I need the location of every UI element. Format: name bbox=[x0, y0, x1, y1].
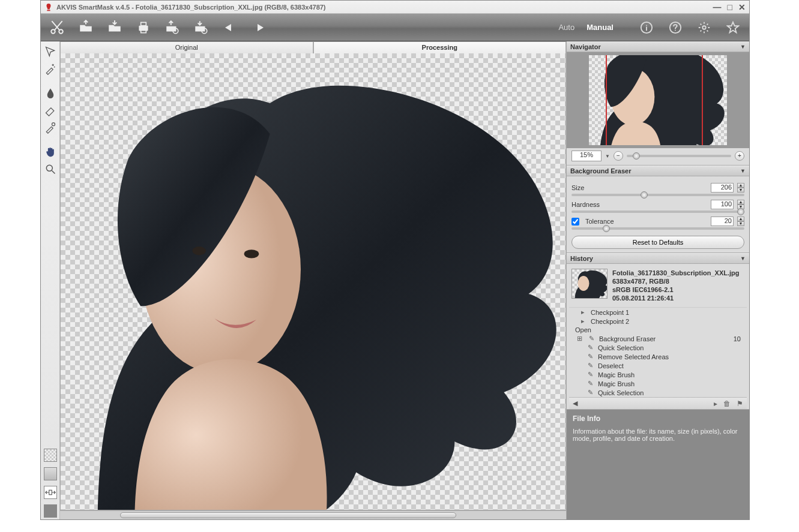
bg-color-swatch[interactable] bbox=[44, 504, 57, 518]
favorite-icon[interactable] bbox=[723, 17, 743, 38]
history-item[interactable]: ✎Magic Brush bbox=[569, 379, 747, 388]
horizontal-scrollbar[interactable] bbox=[60, 510, 566, 519]
history-thumbnail bbox=[571, 269, 608, 299]
size-value[interactable]: 206 bbox=[711, 183, 734, 193]
zoom-slider[interactable] bbox=[627, 155, 731, 157]
history-item[interactable]: ⊞✎Background Eraser10 bbox=[569, 334, 747, 343]
help-icon[interactable] bbox=[665, 17, 686, 38]
scissors-icon[interactable] bbox=[47, 17, 67, 38]
deselect-icon: ✎ bbox=[586, 362, 594, 369]
bg-gray-swatch[interactable] bbox=[44, 467, 57, 480]
svg-rect-2 bbox=[139, 25, 148, 31]
history-item[interactable]: ✎Quick Selection bbox=[569, 388, 747, 397]
maximize-button[interactable]: □ bbox=[728, 2, 732, 12]
history-list[interactable]: ▸Checkpoint 1 ▸Checkpoint 2 Open ⊞✎Backg… bbox=[569, 307, 747, 397]
mode-manual[interactable]: Manual bbox=[586, 23, 614, 32]
zoom-in-button[interactable]: + bbox=[735, 151, 744, 161]
size-spinner[interactable]: ▲▼ bbox=[737, 183, 744, 193]
hardness-slider[interactable] bbox=[571, 211, 744, 213]
hand-tool[interactable] bbox=[43, 144, 58, 160]
undo-button[interactable] bbox=[220, 17, 240, 38]
hardness-label: Hardness bbox=[571, 201, 610, 208]
save-button[interactable] bbox=[104, 17, 125, 38]
mode-auto[interactable]: Auto bbox=[558, 23, 574, 32]
history-footer: ◀ ▸ 🗑 ⚑ bbox=[569, 397, 747, 409]
history-brush-tool[interactable] bbox=[43, 120, 58, 136]
zoom-tool[interactable] bbox=[43, 161, 58, 177]
tolerance-checkbox[interactable] bbox=[571, 218, 579, 226]
expand-icon[interactable]: ⊞ bbox=[575, 335, 583, 342]
minimize-button[interactable]: — bbox=[713, 2, 722, 12]
zoom-controls: 15% ▼ − + bbox=[571, 151, 744, 161]
tolerance-value[interactable]: 20 bbox=[711, 217, 734, 226]
file-info-panel: File Info Information about the file: it… bbox=[567, 410, 749, 519]
flag-icon: ▸ bbox=[579, 317, 587, 325]
tolerance-slider[interactable] bbox=[571, 227, 744, 230]
canvas[interactable] bbox=[60, 53, 566, 510]
magic-icon: ✎ bbox=[586, 371, 594, 378]
history-item[interactable]: ▸Checkpoint 2 bbox=[569, 317, 747, 326]
quick-selection-tool[interactable] bbox=[43, 44, 58, 59]
blur-tool[interactable] bbox=[43, 85, 58, 101]
print-button[interactable] bbox=[133, 17, 154, 38]
file-dims: 6383x4787, RGB/8 bbox=[612, 277, 740, 285]
collapse-icon[interactable]: ▼ bbox=[740, 256, 746, 262]
navigator-header[interactable]: Navigator ▼ bbox=[567, 41, 749, 52]
navigator-preview[interactable] bbox=[567, 52, 749, 148]
history-item[interactable]: ▸Checkpoint 1 bbox=[569, 308, 747, 317]
zoom-percent[interactable]: 15% bbox=[571, 151, 602, 161]
import-settings-button[interactable] bbox=[191, 17, 211, 38]
redo-button[interactable] bbox=[249, 17, 269, 38]
hardness-value[interactable]: 100 bbox=[711, 200, 734, 209]
scrollbar-thumb[interactable] bbox=[120, 512, 456, 518]
navigator-title: Navigator bbox=[570, 43, 601, 50]
close-button[interactable]: ✕ bbox=[738, 2, 746, 12]
reset-defaults-button[interactable]: Reset to Defaults bbox=[571, 236, 744, 249]
history-item[interactable]: ✎Quick Selection bbox=[569, 343, 747, 352]
trash-icon[interactable]: 🗑 bbox=[723, 399, 731, 408]
navigator-panel: Navigator ▼ bbox=[567, 41, 749, 166]
history-item[interactable]: ✎Remove Selected Areas bbox=[569, 352, 747, 361]
titlebar: AKVIS SmartMask v.4.5 - Fotolia_36171830… bbox=[41, 1, 749, 14]
quicksel-icon: ✎ bbox=[586, 344, 594, 351]
dropdown-icon[interactable]: ▼ bbox=[605, 154, 610, 159]
eraser-icon: ✎ bbox=[587, 335, 595, 342]
export-settings-button[interactable] bbox=[162, 17, 182, 38]
bg-fit-swatch[interactable] bbox=[44, 486, 57, 499]
bg-eraser-title: Background Eraser bbox=[570, 167, 631, 175]
flag-icon[interactable]: ▸ bbox=[714, 399, 717, 408]
open-button[interactable] bbox=[76, 17, 96, 38]
tab-processing[interactable]: Processing bbox=[313, 41, 567, 53]
svg-point-10 bbox=[52, 123, 55, 126]
tolerance-spinner[interactable]: ▲▼ bbox=[737, 217, 744, 226]
history-item[interactable]: Open bbox=[569, 326, 747, 334]
collapse-icon[interactable]: ▼ bbox=[740, 44, 746, 50]
flag-icon: ▸ bbox=[579, 308, 587, 316]
bg-eraser-header[interactable]: Background Eraser ▼ bbox=[567, 166, 749, 176]
history-back-icon[interactable]: ◀ bbox=[573, 399, 577, 407]
nav-marker-right bbox=[702, 55, 703, 145]
eraser-tool[interactable] bbox=[43, 103, 58, 118]
history-item[interactable]: ✎Deselect bbox=[569, 361, 747, 370]
checkpoint-icon[interactable]: ⚑ bbox=[737, 399, 743, 408]
collapse-icon[interactable]: ▼ bbox=[740, 168, 746, 174]
history-title: History bbox=[570, 255, 593, 262]
toolbar-right bbox=[636, 17, 743, 38]
svg-point-14 bbox=[192, 247, 206, 255]
zoom-out-button[interactable]: − bbox=[614, 151, 623, 161]
window-controls: — □ ✕ bbox=[713, 2, 746, 12]
settings-icon[interactable] bbox=[694, 17, 714, 38]
bg-checker-swatch[interactable] bbox=[44, 449, 57, 462]
magic-brush-tool[interactable] bbox=[43, 61, 58, 77]
history-header[interactable]: History ▼ bbox=[567, 253, 749, 264]
app-window: AKVIS SmartMask v.4.5 - Fotolia_36171830… bbox=[40, 0, 750, 520]
quicksel-icon: ✎ bbox=[586, 389, 594, 396]
window-title: AKVIS SmartMask v.4.5 - Fotolia_36171830… bbox=[56, 4, 326, 11]
size-slider[interactable] bbox=[571, 194, 744, 196]
tab-original[interactable]: Original bbox=[60, 41, 313, 53]
bg-eraser-panel: Background Eraser ▼ Size 206 ▲▼ Hardness bbox=[567, 166, 749, 253]
app-logo-icon bbox=[44, 3, 53, 11]
info-icon[interactable] bbox=[636, 17, 657, 38]
history-item[interactable]: ✎Magic Brush bbox=[569, 370, 747, 379]
file-name: Fotolia_36171830_Subscription_XXL.jpg bbox=[612, 269, 740, 277]
